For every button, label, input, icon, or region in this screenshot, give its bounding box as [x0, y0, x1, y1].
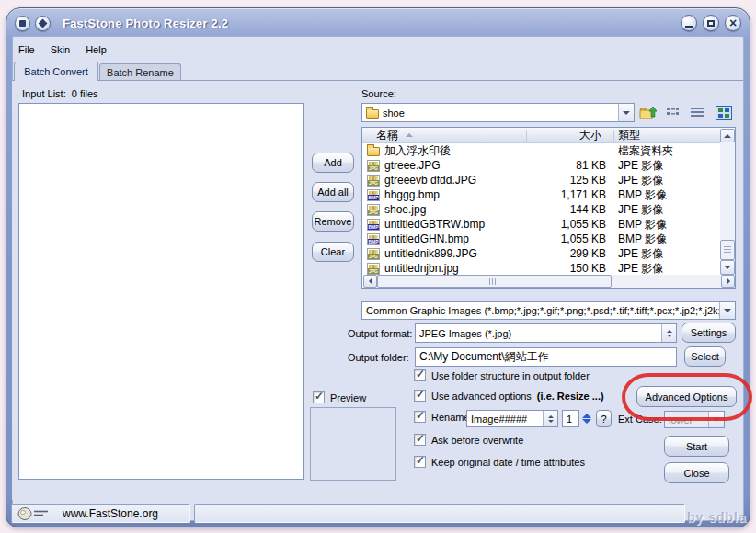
advanced-options-label: Use advanced options	[431, 391, 532, 402]
view-list-button[interactable]	[664, 104, 684, 122]
up-folder-button[interactable]	[638, 104, 659, 122]
file-name: hhggg.bmp	[384, 188, 440, 201]
input-list-box[interactable]	[18, 103, 304, 480]
keep-date-checkbox[interactable]	[414, 456, 426, 468]
file-size: 1,171 KB	[561, 188, 606, 201]
file-type: JPE 影像	[618, 246, 663, 262]
close-action-button[interactable]: Close	[664, 462, 729, 483]
vertical-scrollbar-thumb[interactable]	[720, 240, 735, 260]
source-folder-combobox[interactable]: shoe	[361, 103, 635, 122]
ask-overwrite-checkbox[interactable]	[414, 434, 426, 446]
ext-case-label: Ext Case:	[618, 414, 662, 425]
preview-checkbox[interactable]	[313, 391, 325, 403]
statusbar-empty-panel	[194, 504, 685, 523]
select-button[interactable]: Select	[684, 346, 726, 367]
menu-help[interactable]: Help	[86, 44, 107, 59]
ext-case-combobox[interactable]: lower	[664, 411, 725, 428]
file-type-icon	[367, 160, 380, 172]
file-size: 1,055 KB	[561, 218, 606, 231]
menu-skin[interactable]: Skin	[51, 44, 70, 59]
file-row[interactable]: shoe.jpg 144 KB JPE 影像	[363, 202, 718, 217]
file-type: JPE 影像	[618, 158, 663, 174]
source-file-list: 名稱 大小 類型 加入浮水印後 檔案資料夾 gtreee.JPG 81 KB J…	[361, 127, 736, 289]
file-type: JPE 影像	[618, 173, 663, 188]
maximize-button[interactable]	[703, 15, 719, 31]
view-thumbnails-button[interactable]	[714, 104, 734, 122]
pattern-spinner-button[interactable]	[543, 411, 557, 426]
file-size: 81 KB	[576, 159, 606, 172]
arrow-up-icon	[724, 134, 731, 138]
arrow-down-icon	[724, 266, 731, 269]
scroll-right-button[interactable]	[721, 275, 735, 288]
advanced-options-button[interactable]: Advanced Options	[636, 386, 737, 407]
scroll-left-button[interactable]	[363, 275, 377, 288]
column-divider[interactable]	[526, 130, 527, 142]
tab-batch-convert[interactable]: Batch Convert	[14, 62, 98, 81]
rename-start-number-field[interactable]: 1	[562, 410, 579, 427]
column-header-type[interactable]: 類型	[618, 128, 640, 143]
folder-structure-checkbox[interactable]	[414, 369, 426, 381]
view-details-icon	[690, 106, 706, 120]
ext-case-dropdown-button[interactable]	[708, 412, 724, 427]
file-name: untitledGBTRW.bmp	[384, 218, 485, 231]
settings-button[interactable]: Settings	[682, 323, 736, 343]
stepper-down-icon	[582, 419, 591, 424]
file-row[interactable]: untitledGBTRW.bmp 1,055 KB BMP 影像	[363, 217, 718, 232]
add-all-button[interactable]: Add all	[312, 182, 354, 202]
file-name: shoe.jpg	[384, 203, 426, 216]
rename-pattern-combobox[interactable]: Image#####	[466, 410, 558, 427]
scroll-up-button[interactable]	[720, 129, 735, 142]
source-dropdown-button[interactable]	[618, 104, 634, 121]
file-row[interactable]: untitledGHN.bmp 1,055 KB BMP 影像	[363, 232, 718, 246]
filter-dropdown-button[interactable]	[719, 302, 735, 319]
file-row[interactable]: untitlednjbn.jpg 150 KB JPE 影像	[363, 261, 718, 276]
clear-button[interactable]: Clear	[312, 242, 354, 262]
system-menu-button[interactable]	[15, 16, 30, 31]
input-list-label: Input List: 0 files	[22, 88, 98, 99]
file-name: untitledGHN.bmp	[384, 232, 469, 245]
start-button[interactable]: Start	[664, 436, 729, 457]
file-filter-combobox[interactable]: Common Graphic Images (*.bmp;*.jpg;*.gif…	[361, 301, 736, 320]
file-row[interactable]: hhggg.bmp 1,171 KB BMP 影像	[363, 187, 718, 202]
file-type: BMP 影像	[618, 187, 667, 203]
maximize-icon	[707, 20, 715, 27]
advanced-options-note: (i.e. Resize ...)	[537, 391, 604, 402]
file-filter-value: Common Graphic Images (*.bmp;*.jpg;*.gif…	[362, 305, 719, 316]
column-header-name[interactable]: 名稱	[376, 128, 398, 143]
menu-file[interactable]: File	[18, 44, 35, 59]
statusbar-website[interactable]: www.FastStone.org	[63, 507, 158, 520]
file-row[interactable]: gtreee.JPG 81 KB JPE 影像	[363, 158, 718, 173]
minimize-button[interactable]	[681, 15, 697, 31]
file-name: untitlednjbn.jpg	[384, 262, 459, 275]
rename-checkbox[interactable]	[414, 411, 426, 423]
file-row[interactable]: 加入浮水印後 檔案資料夾	[363, 143, 718, 158]
chevron-down-icon	[724, 309, 731, 312]
close-button[interactable]: ×	[725, 15, 741, 31]
file-size: 144 KB	[570, 203, 606, 216]
output-folder-input[interactable]: C:\My Document\網站工作	[415, 347, 677, 367]
tab-batch-rename[interactable]: Batch Rename	[99, 63, 181, 81]
add-button[interactable]: Add	[312, 153, 354, 173]
rename-help-button[interactable]: ?	[596, 410, 612, 427]
column-header-size[interactable]: 大小	[579, 128, 601, 143]
file-row[interactable]: gtreeevb dfdd.JPG 125 KB JPE 影像	[363, 173, 718, 187]
skin-button[interactable]	[35, 16, 51, 31]
minimize-icon	[685, 26, 693, 28]
format-spinner-button[interactable]	[661, 324, 676, 342]
arrow-down-icon	[548, 420, 554, 423]
file-size: 1,055 KB	[561, 232, 606, 245]
number-stepper[interactable]	[582, 410, 591, 427]
up-folder-icon	[639, 105, 658, 121]
output-format-combobox[interactable]: JPEG Images (*.jpg)	[415, 323, 677, 343]
file-type-icon	[367, 233, 380, 245]
horizontal-scrollbar-thumb[interactable]	[377, 275, 612, 288]
remove-button[interactable]: Remove	[312, 211, 354, 232]
menubar: File Skin Help	[18, 44, 107, 59]
view-details-button[interactable]	[688, 104, 708, 122]
file-type: JPE 影像	[618, 261, 663, 277]
column-divider[interactable]	[613, 130, 614, 142]
advanced-options-checkbox[interactable]	[414, 390, 426, 402]
scroll-down-button[interactable]	[720, 260, 735, 275]
output-format-value: JPEG Images (*.jpg)	[416, 328, 661, 339]
file-row[interactable]: untitlednik899.JPG 299 KB JPE 影像	[363, 246, 718, 261]
